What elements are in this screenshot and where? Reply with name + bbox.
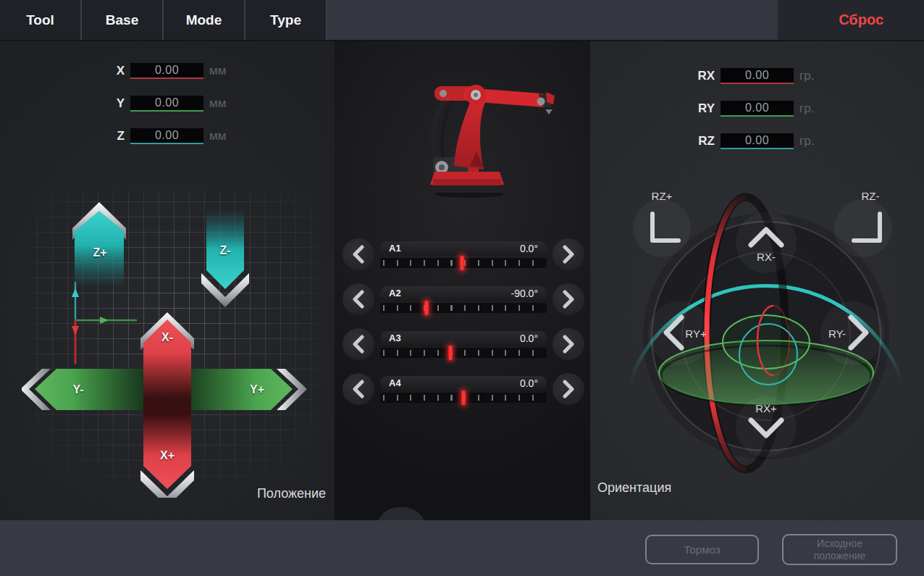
- y-minus-label: Y-: [72, 383, 83, 396]
- joint-a4-plus-button[interactable]: [553, 373, 584, 405]
- y-label: Y: [80, 96, 125, 111]
- x-unit: мм: [209, 64, 226, 78]
- joint-a1-minus-button[interactable]: [343, 238, 374, 270]
- orientation-panel: RX 0.00 гр. RY 0.00 гр. RZ 0.00 гр.: [590, 41, 924, 520]
- rz-plus-label: RZ+: [652, 190, 673, 202]
- joint-a1-plus-button[interactable]: [553, 238, 584, 270]
- joint-a3-minus-button[interactable]: [343, 328, 374, 360]
- joint-a4-label: A4: [389, 377, 401, 388]
- joint-a2-slider-indicator[interactable]: [425, 301, 429, 315]
- xyz-dpad: Z+ Z- X- X+ Y- Y+: [22, 186, 326, 498]
- home-position-button[interactable]: Исходное положение: [782, 534, 897, 565]
- orientation-caption: Ориентация: [597, 480, 671, 496]
- joint-a4-slider[interactable]: [380, 393, 547, 403]
- x-plus-label: X+: [160, 449, 175, 462]
- z-input[interactable]: 0.00: [130, 128, 203, 144]
- joint-a3-row: A3 0.0°: [343, 326, 584, 362]
- rx-input[interactable]: 0.00: [721, 68, 794, 84]
- x-position-row: X 0.00 мм: [80, 62, 226, 80]
- z-minus-label: Z-: [219, 244, 230, 256]
- robot-jog-app: Tool Base Mode Type Сброс X 0.00 мм Y 0.…: [0, 0, 924, 576]
- rz-unit: гр.: [799, 134, 814, 149]
- z-position-row: Z 0.00 мм: [80, 128, 226, 145]
- joint-a4-readout: A4 0.0°: [380, 376, 547, 391]
- y-value: 0.00: [155, 96, 179, 109]
- tab-type[interactable]: Type: [245, 0, 327, 40]
- rx-orientation-row: RX 0.00 гр.: [670, 67, 814, 85]
- rx-unit: гр.: [799, 69, 814, 83]
- joint-a1-label: A1: [389, 243, 401, 254]
- rz-label: RZ: [670, 134, 715, 149]
- x-minus-label: X-: [161, 331, 173, 343]
- y-input[interactable]: 0.00: [130, 96, 203, 112]
- y-plus-label: Y+: [250, 383, 264, 396]
- header-bar: Tool Base Mode Type: [0, 0, 924, 41]
- joint-a2-readout: A2 -90.0°: [380, 286, 547, 301]
- joint-a4-minus-button[interactable]: [343, 373, 374, 405]
- ry-orientation-row: RY 0.00 гр.: [670, 100, 814, 117]
- tab-mode[interactable]: Mode: [164, 0, 245, 40]
- position-panel: X 0.00 мм Y 0.00 мм Z 0.00 мм: [0, 41, 335, 520]
- x-value: 0.00: [155, 64, 179, 77]
- x-input[interactable]: 0.00: [130, 63, 203, 79]
- joints-panel: A1 0.0° A2 -90.0°: [335, 41, 590, 520]
- joint-a2-value: -90.0°: [511, 288, 538, 299]
- joint-a1-readout: A1 0.0°: [380, 241, 547, 256]
- y-unit: мм: [209, 96, 226, 111]
- joint-a2-slider[interactable]: [380, 303, 547, 313]
- joint-a2-label: A2: [389, 288, 401, 299]
- brake-button[interactable]: Тормоз: [645, 535, 759, 564]
- robot-arm-image: [397, 63, 571, 201]
- slider-ticks: [383, 305, 545, 311]
- ry-minus-label: RY-: [828, 327, 846, 340]
- rx-value: 0.00: [745, 69, 769, 82]
- rz-plus-button[interactable]: [633, 199, 691, 257]
- y-position-row: Y 0.00 мм: [80, 95, 226, 112]
- header-spacer: [327, 0, 778, 40]
- rz-orientation-row: RZ 0.00 гр.: [670, 133, 814, 150]
- ry-value: 0.00: [745, 101, 769, 114]
- rz-value: 0.00: [745, 134, 769, 147]
- joint-a4-row: A4 0.0°: [343, 371, 584, 407]
- rx-minus-button[interactable]: [736, 212, 797, 273]
- reset-button[interactable]: Сброс: [839, 0, 883, 40]
- rz-minus-button[interactable]: [834, 199, 892, 257]
- z-value: 0.00: [155, 129, 179, 142]
- bottom-nav-bar: Тормоз Исходное положение: [0, 520, 924, 576]
- rz-minus-label: RZ-: [862, 190, 880, 202]
- rx-plus-label: RX+: [755, 402, 777, 414]
- z-label: Z: [80, 129, 125, 143]
- joint-a3-plus-button[interactable]: [553, 328, 584, 360]
- z-plus-label: Z+: [93, 246, 106, 259]
- joint-a2-plus-button[interactable]: [553, 283, 584, 315]
- joint-a1-value: 0.0°: [520, 243, 538, 254]
- joint-a1-slider-indicator[interactable]: [460, 256, 463, 270]
- joint-a2-minus-button[interactable]: [343, 283, 374, 315]
- z-unit: мм: [209, 129, 226, 143]
- joint-a3-slider[interactable]: [380, 348, 547, 358]
- ry-input[interactable]: 0.00: [721, 101, 794, 117]
- slider-ticks: [383, 260, 545, 266]
- position-caption: Положение: [257, 486, 326, 501]
- joint-a3-value: 0.0°: [520, 333, 538, 344]
- joint-a4-value: 0.0°: [520, 377, 538, 389]
- rz-input[interactable]: 0.00: [721, 133, 794, 149]
- joint-a2-row: A2 -90.0°: [343, 281, 584, 317]
- ry-unit: гр.: [799, 101, 814, 116]
- joint-a3-slider-indicator[interactable]: [448, 346, 452, 360]
- joint-a1-row: A1 0.0°: [343, 236, 584, 272]
- rx-minus-label: RX-: [757, 251, 776, 263]
- x-axis-bar[interactable]: [143, 320, 191, 489]
- joint-a4-slider-indicator[interactable]: [462, 391, 466, 405]
- rx-label: RX: [670, 69, 715, 83]
- x-label: X: [80, 64, 125, 78]
- joint-a1-slider[interactable]: [380, 258, 547, 268]
- tab-base[interactable]: Base: [82, 0, 164, 40]
- slider-ticks: [383, 350, 545, 356]
- ry-label: RY: [670, 101, 715, 116]
- joint-a3-label: A3: [389, 333, 401, 343]
- orientation-gimbal-pad: RZ+ RZ- RX- RX+ RY+ RY-: [597, 175, 920, 480]
- joint-a3-readout: A3 0.0°: [380, 331, 547, 346]
- tab-tool[interactable]: Tool: [0, 0, 82, 40]
- ry-plus-label: RY+: [685, 327, 707, 340]
